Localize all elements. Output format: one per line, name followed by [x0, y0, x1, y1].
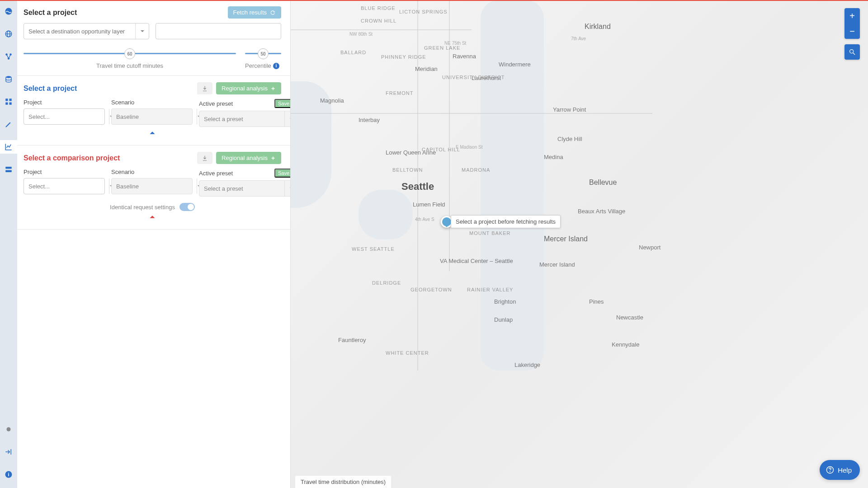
chevron-down-icon [284, 181, 291, 196]
preset-label-comparison: Active preset [199, 170, 233, 177]
map-place-label: Pines [589, 298, 604, 305]
svg-line-20 [853, 53, 855, 55]
zoom-out-button[interactable]: − [844, 23, 860, 39]
map-place-label: Laurelhurst [472, 75, 501, 81]
info-icon[interactable]: i [0, 468, 17, 481]
regional-analysis-label: Regional analysis [222, 155, 268, 161]
download-button-comparison[interactable] [197, 152, 212, 164]
map-place-label: Bellevue [589, 178, 617, 187]
download-button-primary[interactable] [197, 82, 212, 94]
percentile-label: Percentilei [245, 62, 281, 69]
map-place-label: GREEN LAKE [424, 45, 460, 51]
map-place-label: Lakeridge [514, 361, 540, 368]
svg-rect-15 [5, 170, 12, 173]
save-preset-button-primary[interactable]: Save [274, 99, 291, 108]
map-search-button[interactable] [844, 44, 860, 60]
regional-analysis-button-comparison[interactable]: Regional analysis [216, 152, 281, 164]
map-place-label: MADRONA [462, 167, 490, 173]
opportunity-layer-input[interactable] [24, 23, 135, 39]
comparison-project-section: Select a comparison project Regional ana… [17, 145, 290, 230]
project-select-comparison[interactable] [24, 178, 105, 194]
save-preset-button-comparison[interactable]: Save [274, 169, 291, 178]
header-section: Select a project Fetch results 60 Travel… [17, 0, 290, 76]
map-place-label: Windermere [499, 61, 531, 68]
svg-rect-14 [5, 167, 12, 169]
globe-icon[interactable] [0, 27, 17, 41]
collapse-primary-button[interactable] [24, 127, 281, 139]
fetch-results-button[interactable]: Fetch results [228, 6, 281, 19]
svg-rect-10 [5, 99, 8, 101]
grid-icon[interactable] [0, 95, 17, 108]
map-place-label: Magnolia [320, 97, 344, 104]
svg-rect-11 [9, 99, 12, 101]
percentile-handle[interactable]: 50 [258, 48, 269, 59]
project-select-input[interactable] [24, 109, 109, 124]
percentile-info-icon[interactable]: i [273, 63, 279, 69]
map-place-label: WHITE CENTER [386, 350, 429, 356]
map-place-label: Yarrow Point [553, 106, 586, 113]
map-place-label: Kennydale [612, 341, 639, 348]
network-icon[interactable] [0, 50, 17, 63]
regional-analysis-button-primary[interactable]: Regional analysis [216, 82, 281, 94]
database-icon[interactable] [0, 72, 17, 86]
logout-icon[interactable] [0, 445, 17, 459]
regional-analysis-label: Regional analysis [222, 85, 268, 92]
download-icon [202, 85, 208, 92]
help-button[interactable]: Help [820, 460, 860, 480]
svg-point-16 [7, 427, 11, 432]
project-select-input[interactable] [24, 178, 109, 194]
map-place-label: FREMONT [386, 90, 413, 96]
map-place-label: BELLTOWN [392, 167, 423, 173]
scenario-select-input [112, 109, 197, 124]
scenario-select-input [112, 178, 197, 194]
project-select-primary[interactable] [24, 108, 105, 125]
download-icon [202, 155, 208, 161]
page-title: Select a project [24, 9, 77, 17]
travel-time-slider[interactable]: 60 Travel time cutoff minutes [24, 53, 236, 69]
map-place-label: GEORGETOWN [410, 287, 452, 292]
preset-select-comparison[interactable] [199, 180, 291, 197]
identical-settings-label: Identical request settings [110, 204, 175, 211]
control-panel: Select a project Fetch results 60 Travel… [17, 0, 291, 488]
pencil-icon[interactable] [0, 117, 17, 131]
settings-icon[interactable] [0, 422, 17, 436]
map-place-label: PHINNEY RIDGE [381, 54, 426, 60]
travel-time-handle[interactable]: 60 [124, 48, 135, 59]
identical-settings-toggle[interactable] [179, 203, 195, 211]
zoom-in-button[interactable]: + [844, 8, 860, 23]
map-place-label: Kirkland [585, 23, 611, 31]
svg-line-7 [7, 55, 9, 59]
logo-icon[interactable] [0, 5, 17, 18]
map-place-label: Fauntleroy [338, 337, 366, 343]
opportunity-layer-select[interactable] [24, 23, 149, 39]
preset-select-primary[interactable] [199, 111, 291, 127]
map-place-label: Lumen Field [413, 201, 445, 208]
map-place-label: Newport [639, 244, 660, 251]
collapse-comparison-button[interactable] [24, 211, 281, 223]
secondary-select-input[interactable] [156, 23, 281, 39]
scenario-select-primary[interactable] [111, 108, 193, 125]
refresh-icon [269, 9, 276, 16]
server-icon[interactable] [0, 163, 17, 176]
chart-icon[interactable] [0, 140, 17, 154]
preset-label: Active preset [199, 100, 233, 107]
chevron-down-icon [135, 23, 149, 39]
map-place-label: Interbay [359, 117, 380, 123]
svg-point-9 [6, 76, 11, 78]
scenario-select-comparison[interactable] [111, 178, 193, 194]
percentile-slider[interactable]: 50 Percentilei [245, 53, 281, 69]
project-label-comparison: Project [24, 169, 105, 175]
svg-line-8 [9, 55, 11, 59]
map-place-label: Newcastle [616, 314, 643, 321]
comparison-section-title: Select a comparison project [24, 154, 120, 162]
top-red-line [17, 0, 291, 1]
map[interactable]: Blue RidgeCrown HillLICTON SPRINGSKirkla… [291, 0, 868, 488]
map-city-label: Seattle [401, 181, 434, 192]
map-place-label: Brighton [494, 298, 516, 305]
preset-select-input [199, 181, 284, 196]
scenario-label: Scenario [111, 99, 193, 106]
map-place-label: Mercer Island [539, 261, 575, 268]
map-place-label: Clyde Hill [557, 136, 582, 142]
secondary-select[interactable] [156, 23, 281, 39]
preset-select-input [199, 111, 284, 127]
